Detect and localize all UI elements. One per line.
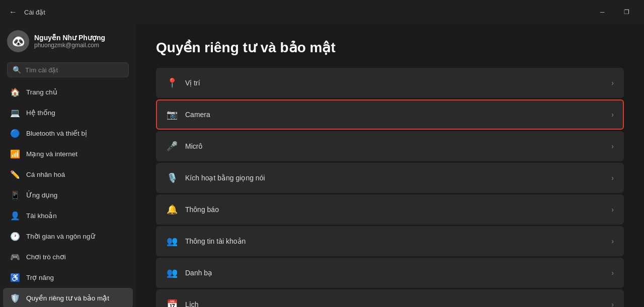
nav-label-accessibility: Trợ năng (26, 273, 54, 281)
chevron-icon-contacts: › (611, 269, 614, 277)
nav-label-network: Mạng và internet (26, 150, 77, 158)
nav-icon-gaming: 🎮 (10, 252, 20, 262)
user-email: phuongzmk@gmail.com (34, 42, 105, 49)
setting-label-notifications: Thông báo (185, 206, 611, 214)
search-input[interactable] (25, 66, 123, 74)
content-area: Quyền riêng tư và bảo mật 📍 Vị trí › 📷 C… (136, 24, 644, 307)
sidebar-item-home[interactable]: 🏠 Trang chủ (3, 82, 133, 102)
sidebar-item-personalize[interactable]: ✏️ Cá nhân hoá (3, 164, 133, 184)
setting-icon-notifications: 🔔 (166, 203, 178, 216)
sidebar-item-gaming[interactable]: 🎮 Chơi trò chơi (3, 247, 133, 267)
search-icon: 🔍 (13, 66, 21, 74)
setting-label-voice: Kích hoạt bằng giọng nói (185, 174, 611, 182)
setting-icon-account-info: 👥 (166, 235, 178, 247)
restore-icon: ❐ (624, 9, 629, 16)
nav-label-privacy: Quyền riêng tư và bảo mật (26, 294, 109, 302)
setting-item-micro[interactable]: 🎤 Micrô › (156, 131, 624, 161)
titlebar-title: Cài đặt (24, 9, 45, 16)
nav-icon-home: 🏠 (10, 87, 20, 97)
sidebar-item-time[interactable]: 🕐 Thời gian và ngôn ngữ (3, 226, 133, 246)
main-layout: 🐼 Nguyễn Như Phượng phuongzmk@gmail.com … (0, 24, 644, 307)
nav-label-personalize: Cá nhân hoá (26, 171, 65, 178)
nav-label-system: Hệ thống (26, 109, 55, 117)
nav-icon-accessibility: ♿ (10, 272, 20, 282)
setting-label-vitri: Vị trí (185, 79, 611, 87)
setting-icon-calendar: 📅 (166, 298, 178, 307)
nav-label-apps: Ứng dụng (26, 191, 57, 199)
nav-icon-time: 🕐 (10, 231, 20, 241)
user-info: Nguyễn Như Phượng phuongzmk@gmail.com (34, 34, 105, 49)
nav-icon-privacy: 🛡️ (10, 293, 20, 303)
nav-list: 🏠 Trang chủ 💻 Hệ thống 🔵 Bluetooth và th… (0, 81, 136, 307)
restore-button[interactable]: ❐ (615, 4, 638, 20)
back-button[interactable]: ← (6, 5, 20, 19)
setting-label-camera: Camera (185, 111, 611, 119)
chevron-icon-account-info: › (611, 237, 614, 245)
setting-icon-camera: 📷 (166, 109, 178, 121)
setting-item-notifications[interactable]: 🔔 Thông báo › (156, 194, 624, 225)
titlebar: ← Cài đặt ─ ❐ (0, 0, 644, 24)
nav-icon-network: 📶 (10, 149, 20, 159)
avatar: 🐼 (7, 30, 29, 52)
settings-list: 📍 Vị trí › 📷 Camera › 🎤 Micrô › 🎙️ Kích … (156, 68, 624, 307)
setting-item-calendar[interactable]: 📅 Lịch › (156, 289, 624, 307)
setting-label-contacts: Danh bạ (185, 269, 611, 277)
setting-item-voice[interactable]: 🎙️ Kích hoạt bằng giọng nói › (156, 163, 624, 193)
setting-icon-micro: 🎤 (166, 140, 178, 152)
sidebar-item-privacy[interactable]: 🛡️ Quyền riêng tư và bảo mật (3, 288, 133, 307)
setting-icon-vitri: 📍 (166, 77, 178, 89)
nav-label-gaming: Chơi trò chơi (26, 253, 66, 261)
nav-label-time: Thời gian và ngôn ngữ (26, 232, 95, 240)
minimize-icon: ─ (600, 9, 605, 16)
sidebar-item-network[interactable]: 📶 Mạng và internet (3, 144, 133, 164)
chevron-icon-camera: › (611, 111, 614, 119)
sidebar-item-system[interactable]: 💻 Hệ thống (3, 103, 133, 123)
nav-icon-accounts: 👤 (10, 211, 20, 221)
setting-label-account-info: Thông tin tài khoản (185, 237, 611, 245)
back-icon: ← (9, 8, 17, 17)
search-box[interactable]: 🔍 (7, 62, 129, 77)
chevron-icon-micro: › (611, 142, 614, 150)
sidebar-item-accessibility[interactable]: ♿ Trợ năng (3, 267, 133, 287)
sidebar: 🐼 Nguyễn Như Phượng phuongzmk@gmail.com … (0, 24, 136, 307)
chevron-icon-vitri: › (611, 79, 614, 87)
nav-icon-system: 💻 (10, 108, 20, 118)
nav-label-accounts: Tài khoản (26, 212, 57, 220)
chevron-icon-notifications: › (611, 206, 614, 214)
chevron-icon-voice: › (611, 174, 614, 182)
minimize-button[interactable]: ─ (591, 4, 614, 20)
nav-icon-personalize: ✏️ (10, 169, 20, 179)
sidebar-item-apps[interactable]: 📱 Ứng dụng (3, 185, 133, 205)
user-profile[interactable]: 🐼 Nguyễn Như Phượng phuongzmk@gmail.com (0, 24, 136, 58)
setting-item-contacts[interactable]: 👥 Danh bạ › (156, 258, 624, 288)
setting-icon-voice: 🎙️ (166, 172, 178, 184)
sidebar-item-bluetooth[interactable]: 🔵 Bluetooth và thiết bị (3, 123, 133, 143)
setting-item-camera[interactable]: 📷 Camera › (156, 99, 624, 130)
setting-icon-contacts: 👥 (166, 267, 178, 279)
setting-item-account-info[interactable]: 👥 Thông tin tài khoản › (156, 226, 624, 256)
chevron-icon-calendar: › (611, 300, 614, 307)
setting-label-calendar: Lịch (185, 300, 611, 307)
nav-icon-apps: 📱 (10, 190, 20, 200)
page-title: Quyền riêng tư và bảo mật (156, 39, 624, 56)
nav-label-home: Trang chủ (26, 88, 57, 96)
setting-label-micro: Micrô (185, 142, 611, 150)
window-controls: ─ ❐ (591, 4, 638, 20)
setting-item-vitri[interactable]: 📍 Vị trí › (156, 68, 624, 98)
nav-label-bluetooth: Bluetooth và thiết bị (26, 129, 87, 137)
nav-icon-bluetooth: 🔵 (10, 128, 20, 138)
sidebar-item-accounts[interactable]: 👤 Tài khoản (3, 206, 133, 226)
user-name: Nguyễn Như Phượng (34, 34, 105, 42)
